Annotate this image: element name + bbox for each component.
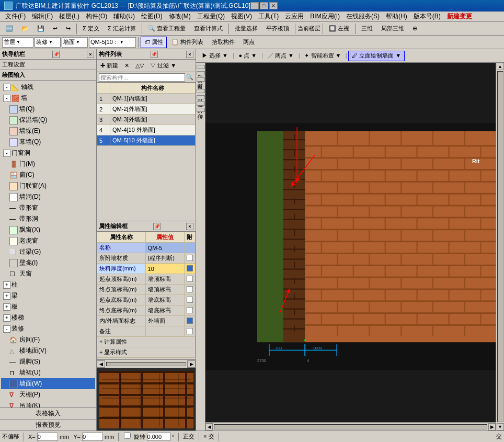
tree-item-slab[interactable]: + 板 (1, 301, 95, 312)
btn-full[interactable]: ⊕ (409, 23, 421, 35)
type-dropdown[interactable]: 装修 ▼ (35, 37, 61, 48)
tree-item-beam[interactable]: + 梁 (1, 290, 95, 301)
attr-row-bot-end[interactable]: 终点底标高(m) 墙底标高 (97, 305, 196, 316)
menu-view[interactable]: 视图(V) (228, 12, 255, 21)
coord-x-input[interactable] (37, 433, 58, 441)
tree-item-floor-finish[interactable]: △ 楼地面(V) (1, 345, 95, 356)
btn-batch-select[interactable]: 批量选择 (231, 23, 261, 35)
menu-version[interactable]: 版本号(B) (410, 12, 444, 21)
hscroll-track[interactable] (214, 424, 487, 429)
btn-break[interactable]: 打断 (197, 77, 205, 82)
btn-view-formula[interactable]: 查看计算式 (190, 23, 226, 35)
btn-calc[interactable]: Σ 汇总计算 (104, 23, 140, 35)
comp-dropdown[interactable]: QM-5[10： ▼ (89, 37, 136, 48)
menu-assist[interactable]: 辅助(U) (110, 12, 138, 21)
btn-define[interactable]: Σ 定义 (79, 23, 103, 35)
btn-elevation-draw[interactable]: 🖊 立面绘制墙面 ▼ (348, 51, 405, 61)
checkbox-bot-end[interactable] (187, 307, 193, 313)
wall-dropdown[interactable]: 墙面 ▼ (62, 37, 88, 48)
expand-axis[interactable]: - (3, 84, 10, 91)
tree-item-inswall[interactable]: 保温墙(Q) (1, 115, 95, 126)
rotate-checkbox[interactable] (124, 432, 131, 439)
attr-expand-display[interactable]: + 显示样式 (97, 347, 196, 358)
tree-item-door-window[interactable]: 门联窗(A) (1, 180, 95, 191)
btn-offset[interactable]: 偏移 (197, 95, 205, 99)
attr-panel-close[interactable]: × (186, 223, 193, 230)
btn-view-qty[interactable]: 🔍 查看工程量 (144, 23, 189, 35)
tree-item-wall-hole[interactable]: 墙洞(D) (1, 191, 95, 202)
menu-cloud[interactable]: 云应用 (282, 12, 307, 21)
btn-pick-comp[interactable]: 拾取构件 (208, 37, 238, 48)
rotate-input[interactable] (147, 433, 170, 441)
tree-item-strip-hole[interactable]: — 带形洞 (1, 213, 95, 224)
checkbox-top-end[interactable] (187, 286, 193, 292)
tree-item-ceiling[interactable]: ∇ 天棚(P) (1, 389, 95, 400)
tree-item-wall-q[interactable]: 墙(Q) (1, 104, 95, 115)
attr-row-name[interactable]: 名称 QM-5 (97, 243, 196, 253)
tree-item-curtain-wall[interactable]: 幕墙(Q) (1, 137, 95, 148)
tree-item-wall-face[interactable]: 墙面(W) (1, 378, 95, 389)
tree-item-axis[interactable]: - 📐 轴线 (1, 82, 95, 93)
comp-search-input[interactable] (99, 73, 185, 82)
attr-calc-expand-label[interactable]: + 计算属性 (97, 337, 196, 347)
nav-panel-pin[interactable]: 📌 (52, 51, 60, 58)
checkbox-material[interactable] (187, 255, 193, 261)
hscroll-left[interactable]: ◀ (205, 423, 213, 430)
attr-row-remark[interactable]: 备注 (97, 326, 196, 337)
btn-left-view[interactable]: 🔲 左视 (325, 23, 353, 35)
comp-panel-close[interactable]: × (186, 51, 193, 58)
scroll-right[interactable]: ▶ (187, 360, 196, 368)
attr-row-bot-start[interactable]: 起点底标高(m) 墙底标高 (97, 295, 196, 305)
attr-row-wall-flag[interactable]: 内/外墙面标志 外墙面 (97, 316, 196, 326)
floor-dropdown[interactable]: 首层 ▼ (2, 37, 33, 48)
menu-draw[interactable]: 绘图(D) (138, 12, 166, 21)
menu-file[interactable]: 文件(F) (2, 12, 29, 21)
nav-panel-close[interactable]: × (87, 51, 94, 58)
checkbox-top-start[interactable] (187, 276, 193, 282)
comp-row-4[interactable]: 4 QM-4[10 外墙面] (97, 125, 196, 135)
expand-decoration[interactable]: - (3, 325, 10, 333)
tree-item-strip-window[interactable]: — 带形窗 (1, 202, 95, 213)
menu-edit[interactable]: 编辑(E) (29, 12, 56, 21)
expand-wall[interactable]: - (3, 95, 10, 102)
expand-beam[interactable]: + (3, 292, 10, 300)
menu-floor[interactable]: 楼层(L) (56, 12, 83, 21)
btn-trim[interactable]: 修剪 (197, 71, 205, 75)
vscroll-track[interactable] (497, 71, 503, 422)
menu-modify[interactable]: 修改(M) (166, 12, 194, 21)
btn-comp-list-tab[interactable]: 📋 构件列表 (168, 37, 207, 48)
btn-local-3d[interactable]: 局部三维 (377, 23, 408, 35)
tree-item-lintel[interactable]: ⬜ 过梁(G) (1, 246, 95, 257)
btn-property[interactable]: 🏷 属性 (141, 37, 167, 48)
checkbox-thickness[interactable] (187, 265, 193, 271)
attr-expand-calc[interactable]: + 计算属性 (97, 337, 196, 347)
attr-row-top-start[interactable]: 起点顶标高(m) 墙顶标高 (97, 274, 196, 285)
btn-align[interactable]: 对齐 (197, 101, 205, 106)
checkbox-bot-start[interactable] (187, 297, 193, 303)
menu-bim[interactable]: BIM应用(I) (307, 12, 343, 21)
checkbox-wall-flag[interactable] (187, 318, 193, 324)
expand-opening[interactable]: - (3, 150, 10, 157)
tree-item-column[interactable]: + 柱 (1, 279, 95, 290)
btn-smart-layout[interactable]: ✦ 智能布置 ▼ (301, 51, 345, 61)
btn-new-comp[interactable]: ✚ 新建 (98, 61, 121, 71)
maximize-button[interactable]: □ (260, 2, 268, 9)
attr-row-material[interactable]: 所附墙材质 (程序判断) (97, 253, 196, 264)
comp-row-2[interactable]: 2 QM-2[外墙面] (97, 104, 196, 115)
comp-row-3[interactable]: 3 QM-3[外墙面] (97, 115, 196, 125)
minimize-button[interactable]: — (250, 2, 259, 9)
btn-merge[interactable]: 合并 (197, 89, 205, 93)
checkbox-remark[interactable] (187, 328, 193, 334)
canvas-hscroll[interactable]: ◀ ▶ (205, 422, 496, 430)
btn-delete-comp[interactable]: ✕ (122, 61, 132, 71)
menu-new-change[interactable]: 新建变更 (444, 12, 475, 21)
attr-row-thickness[interactable]: 块料厚度(mm) 10 (97, 264, 196, 274)
btn-report-preview[interactable]: 报表预览 (0, 419, 96, 430)
draw-input-section[interactable]: 绘图输入 (0, 70, 96, 81)
btn-filter[interactable]: ▽ 过滤 ▼ (147, 61, 179, 71)
attr-panel-scrollbar[interactable]: ◀ ▶ (97, 359, 196, 368)
btn-open[interactable]: 📂 (18, 23, 32, 35)
btn-redo[interactable]: ↪ (62, 23, 74, 35)
expand-slab[interactable]: + (3, 303, 10, 311)
btn-select[interactable]: ▶ 选择 ▼ (198, 51, 232, 61)
